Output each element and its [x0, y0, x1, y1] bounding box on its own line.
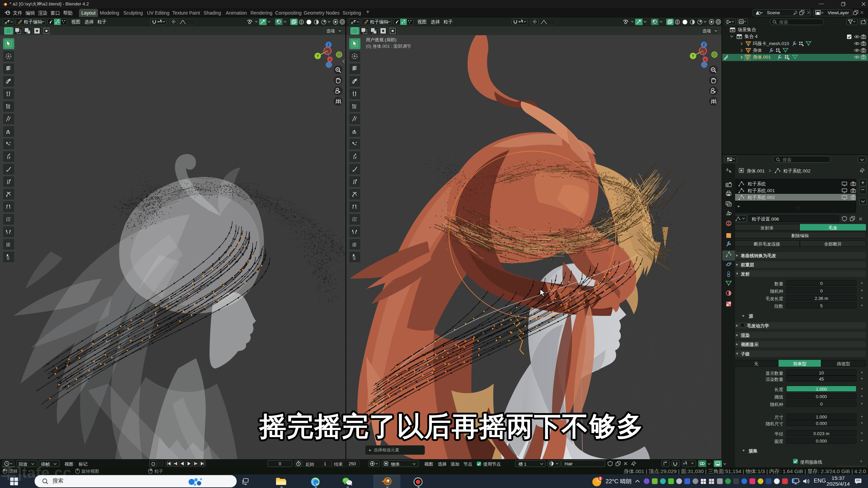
svg-text:Z: Z — [703, 43, 705, 47]
svg-text:4: 4 — [599, 477, 601, 481]
svg-text:Y: Y — [317, 54, 319, 58]
svg-text:Z: Z — [328, 43, 330, 47]
svg-text:摇完摇完了以后再摇两下不够多: 摇完摇完了以后再摇两下不够多 — [259, 411, 644, 441]
svg-text:X: X — [329, 58, 331, 61]
svg-text:X: X — [704, 58, 707, 61]
svg-text:Y: Y — [692, 54, 694, 58]
